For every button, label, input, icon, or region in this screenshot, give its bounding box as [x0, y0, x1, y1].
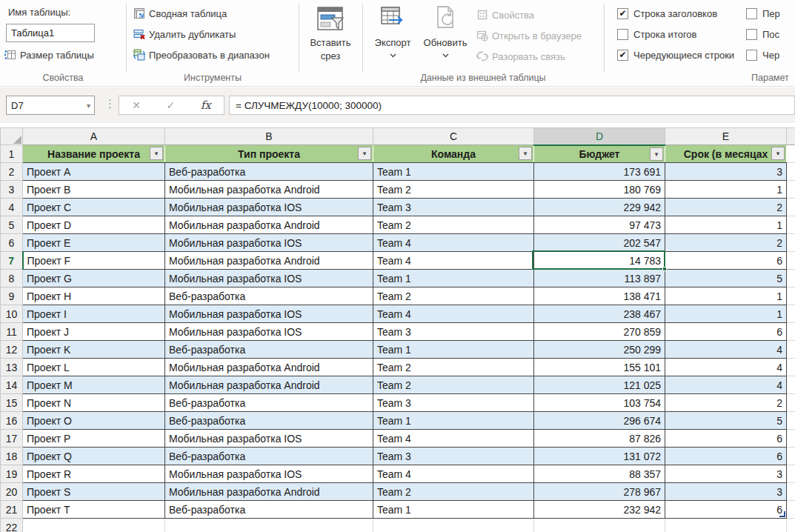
row-header-21[interactable]: 21	[1, 501, 23, 519]
cell[interactable]: Проект S	[23, 483, 165, 501]
cell[interactable]: Проект F	[23, 252, 165, 270]
row-header-1[interactable]: 1	[1, 145, 23, 163]
cell[interactable]: 1	[665, 216, 787, 234]
row-header-7[interactable]: 7	[1, 252, 23, 270]
cell[interactable]: Мобильная разработка IOS	[165, 430, 373, 448]
column-header-A[interactable]: A	[23, 128, 165, 145]
cell[interactable]: 3	[665, 483, 787, 501]
filter-dropdown-icon[interactable]: ▾	[150, 147, 163, 160]
name-box-input[interactable]	[6, 96, 95, 115]
row-header-16[interactable]: 16	[1, 412, 23, 430]
cell[interactable]: 97 473	[534, 216, 665, 234]
cell[interactable]: 14 783	[534, 252, 665, 270]
cell[interactable]: Проект H	[23, 287, 165, 305]
cell[interactable]: 155 101	[534, 359, 665, 376]
cell[interactable]	[787, 181, 795, 199]
style-option-checkbox[interactable]: ✔Чередующиеся строки	[617, 47, 734, 62]
cell[interactable]: Проект C	[23, 199, 165, 216]
checkbox-checked-icon[interactable]: ✔	[617, 50, 628, 61]
cell[interactable]: Проект K	[23, 341, 165, 359]
row-header-19[interactable]: 19	[1, 465, 23, 483]
cell[interactable]: 3	[665, 465, 787, 483]
cell[interactable]: 103 754	[534, 394, 665, 412]
cell[interactable]: 4	[665, 341, 787, 359]
row-header-22[interactable]: 22	[1, 519, 23, 532]
table-header-cell[interactable]: Название проекта▾	[23, 145, 165, 163]
cell[interactable]: Веб-разработка	[165, 341, 373, 359]
cell[interactable]: Проект Q	[23, 448, 165, 465]
cell[interactable]: Team 1	[373, 501, 534, 519]
enter-icon[interactable]: ✓	[166, 99, 175, 111]
export-button[interactable]: Экспорт	[368, 1, 417, 70]
cell[interactable]: 121 025	[534, 376, 665, 394]
cell[interactable]: 2	[665, 234, 787, 252]
cell[interactable]: Мобильная разработка Android	[165, 359, 373, 376]
cell[interactable]: 270 859	[534, 323, 665, 341]
checkbox-unchecked-icon[interactable]	[746, 50, 757, 61]
filter-dropdown-icon[interactable]: ▾	[650, 147, 663, 161]
cell[interactable]: Веб-разработка	[165, 501, 373, 519]
cell[interactable]: Проект T	[23, 501, 165, 519]
cell[interactable]	[787, 145, 795, 163]
filter-dropdown-icon[interactable]: ▾	[358, 147, 371, 160]
cell[interactable]	[787, 252, 795, 270]
cell[interactable]	[787, 465, 795, 483]
row-header-3[interactable]: 3	[1, 181, 23, 199]
checkbox-unchecked-icon[interactable]	[746, 8, 757, 19]
cell[interactable]: 5	[665, 412, 787, 430]
cell[interactable]: 232 942	[534, 501, 665, 519]
table-header-cell[interactable]: Тип проекта▾	[165, 145, 373, 163]
cell[interactable]: 250 299	[534, 341, 665, 359]
cell[interactable]: Team 4	[373, 234, 534, 252]
cell[interactable]: Проект G	[23, 270, 165, 287]
cell[interactable]	[787, 216, 795, 234]
cell[interactable]	[165, 519, 373, 532]
style-option-checkbox[interactable]: Чер	[746, 47, 779, 62]
cell[interactable]	[787, 430, 795, 448]
select-all-corner[interactable]	[1, 128, 23, 145]
cell[interactable]: 88 357	[534, 465, 665, 483]
pivot-table-button[interactable]: Сводная таблица	[133, 5, 227, 21]
cell[interactable]: Team 2	[373, 376, 534, 394]
cell[interactable]	[787, 341, 795, 359]
row-header-18[interactable]: 18	[1, 448, 23, 465]
table-header-cell[interactable]: Срок (в месяцах▾	[665, 145, 787, 163]
cell[interactable]	[373, 519, 534, 532]
cell[interactable]	[787, 359, 795, 376]
cell[interactable]: 1	[665, 287, 787, 305]
cell[interactable]: 87 826	[534, 430, 665, 448]
row-header-14[interactable]: 14	[1, 376, 23, 394]
cell[interactable]	[23, 519, 165, 532]
cell[interactable]: 2	[665, 199, 787, 216]
cell[interactable]: 6	[665, 448, 787, 465]
checkbox-unchecked-icon[interactable]	[617, 29, 628, 40]
cell[interactable]: 6	[665, 252, 787, 270]
cell[interactable]: Проект E	[23, 234, 165, 252]
cell[interactable]: 131 072	[534, 448, 665, 465]
row-header-9[interactable]: 9	[1, 287, 23, 305]
cell[interactable]: 4	[665, 376, 787, 394]
cell[interactable]	[787, 199, 795, 216]
cell[interactable]: 6	[665, 323, 787, 341]
row-header-15[interactable]: 15	[1, 394, 23, 412]
cell[interactable]: Team 4	[373, 305, 534, 323]
cell[interactable]: Проект B	[23, 181, 165, 199]
cell[interactable]: Проект M	[23, 376, 165, 394]
cell[interactable]	[787, 394, 795, 412]
row-header-13[interactable]: 13	[1, 359, 23, 376]
cell[interactable]: 238 467	[534, 305, 665, 323]
table-name-input[interactable]	[6, 24, 95, 42]
cell[interactable]: Мобильная разработка Android	[165, 483, 373, 501]
name-box[interactable]: ▾	[6, 96, 95, 115]
cell[interactable]: Проект A	[23, 163, 165, 181]
style-option-checkbox[interactable]: Пос	[746, 27, 779, 41]
cell[interactable]: Проект P	[23, 430, 165, 448]
cell[interactable]: Team 2	[373, 483, 534, 501]
cell[interactable]	[787, 448, 795, 465]
cell[interactable]: Team 4	[373, 430, 534, 448]
cell[interactable]: 138 471	[534, 287, 665, 305]
cell[interactable]: Проект N	[23, 394, 165, 412]
row-header-20[interactable]: 20	[1, 483, 23, 501]
cell[interactable]: Мобильная разработка IOS	[165, 305, 373, 323]
cell[interactable]: 2	[665, 394, 787, 412]
